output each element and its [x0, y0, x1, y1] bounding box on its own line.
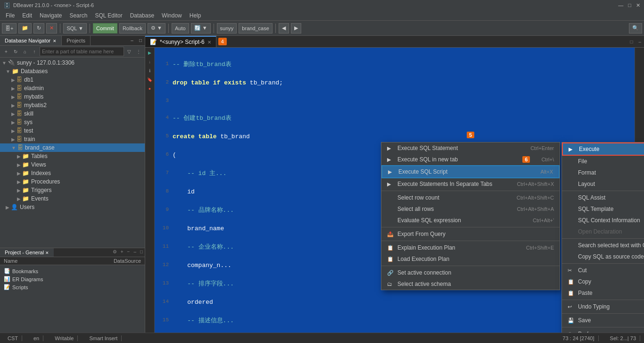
tree-db-train[interactable]: ▶ 🗄 train [0, 135, 145, 143]
panel-minimize-btn[interactable]: – [128, 36, 136, 44]
editor-restore-btn[interactable]: – [636, 38, 644, 45]
panel-remove-btn[interactable]: − [125, 248, 132, 257]
scm-open-decl[interactable]: Open Declaration F4 [562, 226, 644, 237]
tree-tables-folder[interactable]: ▶ 📁 Tables [0, 152, 145, 160]
scm-file[interactable]: File ▶ [562, 156, 644, 167]
autocommit-toggle[interactable]: 🔄 ▼ [191, 23, 211, 33]
scm-sql-template[interactable]: SQL Template Ctrl+Alt+Space [562, 203, 644, 215]
tab-project-general[interactable]: Project - General ✕ [0, 248, 54, 257]
filter-btn[interactable]: ▽ [125, 47, 133, 56]
nav-home-btn[interactable]: ⌂ [21, 47, 29, 56]
refresh-nav-btn[interactable]: ↻ [11, 47, 20, 56]
tab-projects[interactable]: Projects [62, 36, 91, 45]
project-bookmarks[interactable]: 📑 Bookmarks [2, 267, 143, 275]
tree-db-mybatis2[interactable]: ▶ 🗄 mybatis2 [0, 101, 145, 109]
scm-copy[interactable]: 📋 Copy Ctrl+C [562, 276, 644, 287]
scm-paste[interactable]: 📋 Paste Ctrl+V [562, 287, 644, 299]
rollback-btn[interactable]: Rollback [119, 23, 146, 33]
tree-triggers-folder[interactable]: ▶ 📁 Triggers [0, 186, 145, 194]
tree-db-db1[interactable]: ▶ 🗄 db1 [0, 75, 145, 84]
side-step-btn[interactable]: ↓ [146, 58, 154, 66]
scm-sql-context[interactable]: SQL Context Information F2 [562, 215, 644, 226]
panel-maximize-btn[interactable]: □ [136, 36, 145, 44]
cm-execute-separate[interactable]: ▶ Execute Statements In Separate Tabs Ct… [381, 178, 560, 190]
scm-layout[interactable]: Layout ▶ [562, 178, 644, 190]
menu-file[interactable]: File [2, 11, 18, 20]
nav-up-btn[interactable]: ↑ [30, 47, 39, 56]
tree-conn-sunyy[interactable]: ▼ 🔌 sunyy - 127.0.0.1:3306 [0, 59, 145, 67]
cm-select-all-rows[interactable]: Select all rows Ctrl+Alt+Shift+A [381, 203, 560, 215]
auto-commit-btn[interactable]: Auto [172, 23, 189, 33]
scm-cut[interactable]: ✂ Cut Ctrl+X [562, 265, 644, 276]
transaction-btn[interactable]: ⚙ ▼ [148, 23, 165, 33]
tree-views-folder[interactable]: ▶ 📁 Views [0, 160, 145, 169]
code-editor[interactable]: 1-- 删除tb_brand表 2drop table if exists tb… [155, 48, 644, 333]
scm-execute[interactable]: ▶ Execute ▶ [562, 142, 644, 156]
side-info-btn[interactable]: ℹ [146, 67, 154, 75]
tree-procedures-folder[interactable]: ▶ 📁 Procedures [0, 177, 145, 186]
stop-btn[interactable]: ✕ [46, 23, 57, 33]
open-btn[interactable]: 📁 [18, 23, 32, 33]
cm-execute-script[interactable]: ▶ Execute SQL Script Alt+X [381, 165, 560, 178]
tree-db-mybatis[interactable]: ▶ 🗄 mybatis [0, 92, 145, 101]
search-global[interactable]: 🔍 [629, 23, 642, 33]
tab-db-navigator[interactable]: Database Navigator ✕ [0, 36, 62, 45]
tree-indexes-folder[interactable]: ▶ 📁 Indexes [0, 169, 145, 177]
side-bookmark-btn[interactable]: 🔖 [146, 75, 154, 84]
scm-preferences[interactable]: ⚙ Preferences... [562, 328, 644, 333]
db-selector[interactable]: brand_case [239, 23, 272, 33]
script6-close[interactable]: ✕ [207, 40, 211, 45]
tree-db-sys[interactable]: ▶ 🗄 sys [0, 118, 145, 126]
scm-copy-sql[interactable]: Copy SQL as source code Ctrl+Shift+C [562, 251, 644, 262]
browse-fwd[interactable]: ▶ [291, 23, 301, 33]
cm-select-schema[interactable]: 🗂 Select active schema [381, 278, 560, 290]
search-input[interactable] [40, 47, 124, 56]
scm-save[interactable]: 💾 Save Ctrl+S [562, 315, 644, 326]
tree-events-folder[interactable]: ▶ 📁 Events [0, 194, 145, 203]
tree-db-brand-case[interactable]: ▼ 🗄 brand_case [0, 143, 145, 152]
commit-btn[interactable]: Commit [93, 23, 117, 33]
menu-search[interactable]: Search [66, 11, 91, 20]
panel-add-btn[interactable]: + [119, 248, 125, 257]
cm-execute-statement[interactable]: ▶ Execute SQL Statement Ctrl+Enter [381, 142, 560, 154]
connection-selector[interactable]: sunyy [217, 23, 237, 33]
settings-nav-btn[interactable]: ⋮ [134, 47, 143, 56]
side-red-btn[interactable]: ● [146, 84, 154, 93]
menu-sql-editor[interactable]: SQL Editor [91, 11, 126, 20]
tree-db-test[interactable]: ▶ 🗄 test [0, 126, 145, 135]
close-btn[interactable]: ✕ [636, 2, 640, 8]
scm-sql-assist[interactable]: SQL Assist Ctrl+Space [562, 192, 644, 203]
panel-config-btn[interactable]: ⚙ [111, 248, 119, 257]
cm-explain-plan[interactable]: 📋 Explain Execution Plan Ctrl+Shift+E [381, 242, 560, 253]
sql-btn[interactable]: SQL ▼ [63, 23, 87, 33]
project-er-diagrams[interactable]: 📊 ER Diagrams [2, 275, 143, 283]
new-db-btn[interactable]: + [2, 47, 10, 56]
menu-database[interactable]: Database [126, 11, 158, 20]
menu-window[interactable]: Window [158, 11, 186, 20]
menu-edit[interactable]: Edit [18, 11, 36, 20]
browse-back[interactable]: ◀ [279, 23, 289, 33]
project-scripts[interactable]: 📝 Scripts [2, 283, 143, 291]
cm-export-query[interactable]: 📤 Export From Query [381, 228, 560, 240]
editor-maximize-btn[interactable]: □ [627, 38, 636, 45]
panel-collapse-btn[interactable]: – [132, 248, 138, 257]
cm-load-plan[interactable]: 📋 Load Execution Plan [381, 253, 560, 265]
tree-db-skill[interactable]: ▶ 🗄 skill [0, 109, 145, 118]
menu-navigate[interactable]: Navigate [36, 11, 66, 20]
scm-format[interactable]: Format ▶ [562, 167, 644, 178]
tree-db-eladmin[interactable]: ▶ 🗄 eladmin [0, 84, 145, 92]
minimize-btn[interactable]: — [618, 2, 623, 8]
tree-users-folder[interactable]: ▶ 👤 Users [0, 203, 145, 211]
panel-maximize-btn2[interactable]: □ [138, 248, 145, 257]
refresh-btn[interactable]: ↻ [33, 23, 44, 33]
cm-set-connection[interactable]: 🔗 Set active connection [381, 267, 560, 278]
cm-evaluate-sql[interactable]: Evaluate SQL expression Ctrl+Alt+' [381, 215, 560, 226]
side-run-btn[interactable]: ▶ [146, 49, 154, 57]
scm-undo[interactable]: ↩ Undo Typing Ctrl+Z [562, 301, 644, 312]
title-bar-controls[interactable]: — □ ✕ [618, 2, 640, 8]
editor-tab-script6[interactable]: 📝 *<sunyy> Script-6 ✕ [145, 36, 216, 47]
tree-databases-folder[interactable]: ▼ 📁 Databases [0, 67, 145, 75]
new-connection-btn[interactable]: 🗄+ [2, 23, 17, 33]
cm-select-row-count[interactable]: Select row count Ctrl+Alt+Shift+C [381, 192, 560, 203]
scm-search-google[interactable]: Search selected text with Google [562, 240, 644, 251]
